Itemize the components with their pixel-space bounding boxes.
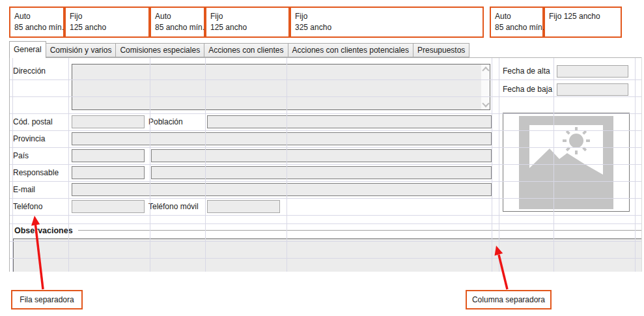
grid-line-vertical — [150, 58, 150, 272]
annotation-line: Fijo — [210, 11, 288, 22]
email-input[interactable] — [72, 183, 492, 196]
grid-line-horizontal — [10, 241, 641, 242]
pais-code-input[interactable] — [72, 149, 145, 162]
provincia-input[interactable] — [72, 132, 492, 145]
fecha-baja-input[interactable] — [557, 83, 628, 96]
column-annotation-box: Auto 85 ancho mín. — [150, 7, 205, 38]
grid-line-horizontal — [10, 198, 641, 199]
direccion-textarea[interactable] — [72, 64, 490, 110]
grid-line-horizontal-separator — [10, 215, 641, 216]
annotation-line: 125 ancho — [70, 22, 148, 33]
tab-comision-y-varios[interactable]: Comisión y varios — [46, 43, 117, 57]
grid-line-horizontal — [10, 130, 641, 131]
grid-line-horizontal — [10, 113, 641, 114]
tab-bar: General Comisión y varios Comisiones esp… — [9, 41, 469, 58]
grid-line-horizontal — [10, 147, 641, 148]
telefono-input[interactable] — [72, 200, 145, 213]
grid-line-vertical-separator — [499, 58, 499, 272]
grid-line-vertical — [287, 58, 287, 272]
observaciones-label: Observaciones — [14, 226, 73, 235]
fecha-alta-label: Fecha de alta — [503, 63, 550, 79]
tab-page-border-left — [9, 57, 10, 272]
annotation-line: 85 ancho mín. — [155, 22, 204, 33]
email-label: E-mail — [13, 181, 35, 198]
image-placeholder[interactable] — [503, 113, 630, 212]
responsable-name-input[interactable] — [151, 166, 492, 179]
grid-line-vertical — [205, 58, 206, 272]
row-separator-callout: Fila separadora — [11, 290, 83, 309]
tab-presupuestos[interactable]: Presupuestos — [413, 43, 469, 57]
annotation-line: 325 ancho — [295, 22, 483, 33]
direccion-scrollbar[interactable] — [481, 65, 490, 109]
observaciones-textarea[interactable] — [13, 238, 641, 272]
telefono-label: Teléfono — [13, 198, 42, 215]
annotation-line: Fijo — [70, 11, 148, 22]
annotation-line: Auto — [14, 11, 63, 22]
callout-text: Columna separadora — [472, 295, 545, 304]
scroll-up-icon[interactable] — [482, 66, 489, 74]
annotation-line: Fijo — [295, 11, 483, 22]
poblacion-label: Población — [148, 113, 183, 130]
grid-line-vertical — [635, 58, 636, 272]
column-annotation-box: Fijo 125 ancho — [205, 7, 290, 38]
cod-postal-label: Cód. postal — [13, 113, 53, 130]
tab-general[interactable]: General — [9, 41, 46, 58]
poblacion-input[interactable] — [207, 115, 492, 128]
pais-name-input[interactable] — [151, 149, 492, 162]
grid-line-horizontal — [10, 164, 641, 165]
cod-postal-input[interactable] — [72, 115, 145, 128]
responsable-label: Responsable — [13, 164, 59, 181]
column-annotation-box: Fijo 125 ancho — [544, 7, 622, 38]
grid-line-horizontal — [10, 96, 641, 97]
annotation-line: Auto — [495, 11, 542, 22]
scroll-down-icon[interactable] — [482, 100, 489, 107]
annotation-line: Auto — [155, 11, 204, 22]
grid-line-horizontal — [10, 258, 641, 259]
tab-acciones-con-clientes-potenciales[interactable]: Acciones con clientes potenciales — [288, 43, 413, 57]
groupbox-line — [78, 230, 641, 231]
pais-label: País — [13, 147, 29, 164]
observaciones-group-header: Observaciones — [14, 224, 641, 237]
column-annotation-box: Fijo 125 ancho — [64, 7, 150, 38]
grid-line-vertical — [553, 58, 554, 272]
grid-line-vertical — [68, 58, 69, 272]
direccion-value — [74, 66, 479, 108]
provincia-label: Provincia — [13, 130, 45, 147]
grid-line-vertical-separator — [492, 58, 492, 272]
column-annotation-box: Fijo 325 ancho — [290, 7, 484, 38]
fecha-alta-input[interactable] — [557, 65, 628, 78]
responsable-code-input[interactable] — [72, 166, 145, 179]
form-designer-screenshot: Auto 85 ancho mín. Fijo 125 ancho Auto 8… — [0, 0, 644, 316]
tab-acciones-con-clientes[interactable]: Acciones con clientes — [204, 43, 288, 57]
column-annotation-box: Auto 85 ancho mín. — [490, 7, 544, 38]
tab-page-border-right — [641, 57, 642, 272]
fecha-baja-label: Fecha de baja — [503, 81, 552, 98]
annotation-line: Fijo 125 ancho — [549, 11, 621, 22]
column-separator-callout: Columna separadora — [466, 290, 552, 309]
telefono-movil-input[interactable] — [207, 200, 280, 213]
annotation-line: 125 ancho — [210, 22, 288, 33]
telefono-movil-label: Teléfono móvil — [148, 198, 199, 215]
grid-line-horizontal — [10, 181, 641, 182]
callout-text: Fila separadora — [20, 295, 74, 304]
column-annotation-box: Auto 85 ancho mín. — [9, 7, 64, 38]
direccion-label: Dirección — [13, 63, 46, 79]
annotation-line: 85 ancho mín. — [495, 22, 542, 33]
grid-line-horizontal-separator — [10, 223, 641, 224]
grid-line-vertical — [12, 58, 13, 272]
annotation-line: 85 ancho mín. — [14, 22, 63, 33]
tab-comisiones-especiales[interactable]: Comisiones especiales — [115, 43, 204, 57]
grid-line-horizontal — [10, 79, 641, 80]
